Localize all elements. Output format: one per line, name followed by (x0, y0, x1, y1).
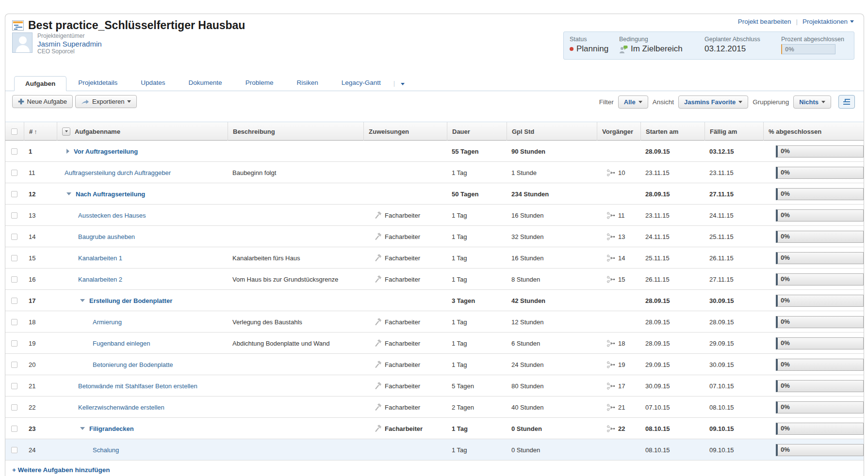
task-description: Verlegung des Baustahls (232, 318, 302, 326)
tab-dokumente[interactable]: Dokumente (177, 76, 234, 91)
column-header-percent-complete[interactable]: % abgeschlossen (763, 122, 864, 141)
view-dropdown[interactable]: Jasmins Favorite (678, 95, 748, 109)
task-name-link[interactable]: Kellerzwischenwände erstellen (78, 404, 164, 411)
start-date: 26.11.15 (645, 276, 670, 283)
task-name-link[interactable]: Armierung (93, 318, 122, 326)
filter-dropdown[interactable]: Alle (618, 95, 648, 109)
due-date: 24.11.15 (709, 212, 734, 219)
task-row[interactable]: 15Kanalarbeiten 1Kanalarbeiten fürs Haus… (5, 247, 864, 269)
due-date: 30.09.15 (709, 297, 734, 304)
column-header-predecessor[interactable]: Vorgänger (597, 122, 640, 141)
task-name-link[interactable]: Nach Auftragserteilung (76, 190, 145, 198)
planned-hours-value: 0 Stunden (511, 446, 540, 454)
task-name-link[interactable]: Betonierung der Bodenplatte (93, 361, 173, 368)
task-name-link[interactable]: Betonwände mit Stahlfaser Beton erstelle… (78, 382, 197, 390)
task-checkbox[interactable] (11, 298, 17, 304)
task-name-link[interactable]: Kanalarbeiten 2 (78, 276, 122, 283)
column-header-description[interactable]: Beschreibung (228, 122, 363, 141)
task-row[interactable]: 14Baugrube aushebenFacharbeiter1 Tag32 S… (5, 226, 864, 247)
column-header-planned-hours[interactable]: Gpl Std (507, 122, 597, 141)
task-checkbox[interactable] (11, 447, 17, 453)
due-date: 09.10.15 (709, 425, 734, 432)
tab-projektdetails[interactable]: Projektdetails (66, 76, 129, 91)
predecessor-icon (606, 404, 616, 411)
task-row[interactable]: 24Schalung1 Tag0 Stunden08.10.1509.10.15… (5, 439, 864, 460)
task-checkbox[interactable] (11, 426, 17, 432)
task-checkbox[interactable] (11, 404, 17, 411)
task-row[interactable]: 12Nach Auftragserteilung50 Tagen234 Stun… (5, 183, 864, 205)
hammer-icon (374, 361, 382, 368)
more-tabs-button[interactable] (397, 76, 409, 91)
progress-bar: 0% (776, 401, 864, 413)
task-name-link[interactable]: Ausstecken des Hauses (78, 212, 146, 219)
task-checkbox[interactable] (11, 362, 17, 368)
column-header-start-date[interactable]: Starten am (640, 122, 704, 141)
task-row[interactable]: 22Kellerzwischenwände erstellenFacharbei… (5, 397, 864, 418)
task-name-link[interactable]: Fugenband einlegen (93, 340, 150, 347)
collapse-arrow-icon[interactable] (66, 192, 71, 195)
task-row[interactable]: 19Fugenband einlegenAbdichtung Bodenplat… (5, 333, 864, 354)
duration-value: 1 Tag (452, 361, 467, 368)
tab-updates[interactable]: Updates (129, 76, 177, 91)
tab-legacy-gantt[interactable]: Legacy-Gantt (330, 76, 393, 91)
task-name-link[interactable]: Kanalarbeiten 1 (78, 254, 122, 262)
task-row[interactable]: 16Kanalarbeiten 2Vom Haus bis zur Grunds… (5, 269, 864, 290)
task-description: Vom Haus bis zur Grundstücksgrenze (232, 276, 338, 283)
tab-risiken[interactable]: Risiken (285, 76, 329, 91)
tab-probleme[interactable]: Probleme (234, 76, 285, 91)
expand-arrow-icon[interactable] (66, 149, 69, 154)
planned-hours-value: 80 Stunden (511, 382, 544, 390)
task-checkbox[interactable] (11, 170, 17, 176)
export-button[interactable]: Exportieren (75, 95, 137, 108)
percent-label: Prozent abgeschlossen (781, 36, 844, 43)
task-checkbox[interactable] (11, 276, 17, 283)
column-filter-button[interactable] (62, 127, 70, 136)
task-checkbox[interactable] (11, 255, 17, 261)
owner-name-link[interactable]: Jasmin Superadmin (37, 40, 102, 48)
task-name-link[interactable]: Vor Auftragserteilung (74, 148, 138, 155)
column-header-assignments[interactable]: Zuweisungen (363, 122, 447, 141)
predecessor-icon (606, 276, 616, 283)
column-header-duration[interactable]: Dauer (447, 122, 507, 141)
task-checkbox[interactable] (11, 340, 17, 347)
task-name-link[interactable]: Filigrandecken (89, 425, 134, 432)
task-row[interactable]: 20Betonierung der BodenplatteFacharbeite… (5, 354, 864, 375)
add-more-tasks-link[interactable]: + Weitere Aufgaben hinzufügen (5, 460, 864, 474)
task-checkbox[interactable] (11, 212, 17, 219)
task-row[interactable]: 23FiligrandeckenFacharbeiter1 Tag0 Stund… (5, 418, 864, 439)
hammer-icon (374, 382, 382, 390)
assignee-label: Facharbeiter (385, 382, 420, 390)
task-row[interactable]: 1Vor Auftragserteilung55 Tagen90 Stunden… (5, 141, 864, 162)
task-number: 23 (29, 425, 35, 432)
select-all-checkbox[interactable] (11, 128, 17, 135)
sort-ascending-icon: ↑ (34, 128, 37, 135)
task-row[interactable]: 21Betonwände mit Stahlfaser Beton erstel… (5, 375, 864, 397)
task-description: Kanalarbeiten fürs Haus (232, 254, 300, 262)
collapse-arrow-icon[interactable] (80, 427, 85, 430)
task-checkbox[interactable] (11, 383, 17, 389)
task-name-link[interactable]: Erstellung der Bodenplatter (89, 297, 172, 304)
task-row[interactable]: 11Auftragsersteilung durch AuftraggeberB… (5, 162, 864, 183)
column-header-number[interactable]: # (29, 128, 33, 135)
column-header-name[interactable]: Aufgabenname (75, 128, 120, 135)
edit-project-link[interactable]: Projekt bearbeiten (738, 18, 791, 25)
task-row[interactable]: 17Erstellung der Bodenplatter3 Tagen42 S… (5, 290, 864, 311)
task-row[interactable]: 13Ausstecken des HausesFacharbeiter1 Tag… (5, 205, 864, 226)
due-date: 27.11.15 (709, 190, 734, 198)
task-checkbox[interactable] (11, 234, 17, 240)
list-view-toggle-button[interactable] (838, 95, 855, 109)
new-task-button[interactable]: ✚ Neue Aufgabe (12, 95, 73, 108)
task-name-link[interactable]: Baugrube ausheben (78, 233, 135, 240)
task-row[interactable]: 18ArmierungVerlegung des BaustahlsFachar… (5, 311, 864, 333)
condition-label: Bedingung (619, 36, 696, 43)
task-checkbox[interactable] (11, 191, 17, 197)
project-actions-link[interactable]: Projektaktionen (802, 18, 854, 25)
task-name-link[interactable]: Auftragsersteilung durch Auftraggeber (65, 169, 171, 176)
column-header-due-date[interactable]: Fällig am (704, 122, 763, 141)
task-checkbox[interactable] (11, 148, 17, 155)
grouping-dropdown[interactable]: Nichts (793, 95, 831, 109)
collapse-arrow-icon[interactable] (80, 299, 85, 302)
task-name-link[interactable]: Schalung (93, 446, 119, 454)
tab-aufgaben[interactable]: Aufgaben (14, 76, 66, 91)
task-checkbox[interactable] (11, 319, 17, 325)
